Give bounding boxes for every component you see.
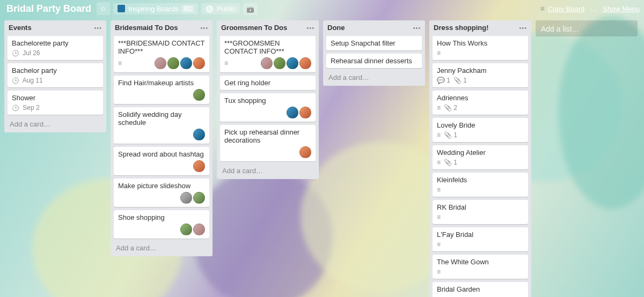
card[interactable]: Bachelor party Aug 11 xyxy=(8,63,103,87)
card[interactable]: Get ring holder xyxy=(220,76,316,90)
card-title: L'Fay Bridal xyxy=(437,231,524,239)
list-menu-icon[interactable]: ••• xyxy=(200,25,208,31)
member-avatar[interactable] xyxy=(155,57,166,69)
member-avatar[interactable] xyxy=(193,89,205,101)
list-title[interactable]: Bridesmaid To Dos xyxy=(115,24,178,32)
member-avatar[interactable] xyxy=(193,57,205,69)
list-title[interactable]: Groomsmen To Dos xyxy=(221,24,287,32)
list-title[interactable]: Dress shopping! xyxy=(434,24,489,32)
card-badges-row: 1 1 xyxy=(437,77,524,84)
list-menu-icon[interactable]: ••• xyxy=(306,25,314,31)
card[interactable]: Bridal Garden xyxy=(433,282,528,297)
card[interactable]: ***GROOMSMEN CONTACT INFO*** xyxy=(220,36,316,72)
member-avatar[interactable] xyxy=(180,192,192,204)
add-card-button[interactable]: Add a card… xyxy=(114,242,209,255)
member-avatar[interactable] xyxy=(287,107,298,118)
card-title: Bachelor party xyxy=(12,66,99,75)
list-menu-icon[interactable]: ••• xyxy=(519,25,527,31)
member-avatar[interactable] xyxy=(193,224,205,235)
add-list-button[interactable]: Add a list… xyxy=(536,20,638,36)
list-title[interactable]: Done xyxy=(327,24,345,32)
card[interactable]: Shower Sep 2 xyxy=(8,91,103,115)
card-title: The White Gown xyxy=(437,258,524,266)
card-badges-row xyxy=(118,160,205,172)
card-members xyxy=(193,129,205,140)
card[interactable]: Wedding Atelier 1 xyxy=(433,145,528,169)
team-badge: BC xyxy=(182,5,194,12)
add-card-button[interactable]: Add a card… xyxy=(8,118,103,131)
card-title: ***BRIDESMAID CONTACT INFO*** xyxy=(118,39,205,55)
card[interactable]: RK Bridal xyxy=(433,200,528,224)
list: Bridesmaid To Dos•••***BRIDESMAID CONTAC… xyxy=(111,20,213,256)
add-card-button[interactable]: Add a card… xyxy=(220,165,316,178)
member-avatar[interactable] xyxy=(274,57,286,69)
card-badges-row xyxy=(437,49,524,57)
briefcase-button[interactable] xyxy=(243,3,258,15)
card[interactable]: Jenny Packham 1 1 xyxy=(433,63,528,87)
member-avatar[interactable] xyxy=(180,57,192,69)
card[interactable]: Setup Snapchat filter xyxy=(326,36,422,50)
card-badges-row xyxy=(118,89,205,101)
team-button[interactable]: Inspiring Boards BC xyxy=(113,3,198,14)
card-title: ***GROOMSMEN CONTACT INFO*** xyxy=(224,39,311,55)
member-avatar[interactable] xyxy=(299,146,311,158)
card-badges-row: 1 xyxy=(437,159,524,166)
description-icon xyxy=(118,60,122,67)
due-date-badge: Aug 11 xyxy=(12,77,43,84)
card[interactable]: Spread word about hashtag xyxy=(114,147,209,175)
visibility-label: Public xyxy=(217,5,236,13)
attachments-badge: 1 xyxy=(453,77,467,84)
card[interactable]: Solidify wedding day schedule xyxy=(114,107,209,144)
visibility-button[interactable]: Public xyxy=(201,3,240,14)
card[interactable]: Shoe shopping xyxy=(114,210,209,239)
card-badges xyxy=(437,186,441,194)
list-title[interactable]: Events xyxy=(9,24,32,32)
description-icon xyxy=(437,49,441,57)
list-menu-icon[interactable]: ••• xyxy=(413,25,421,31)
list-header: Done••• xyxy=(326,24,422,33)
card-badges-row xyxy=(437,241,524,248)
member-avatar[interactable] xyxy=(299,107,311,118)
member-avatar[interactable] xyxy=(180,224,192,235)
card-badges xyxy=(437,268,441,276)
attachments-badge: 1 xyxy=(444,159,457,166)
card[interactable]: Kleinfelds xyxy=(433,173,528,197)
member-avatar[interactable] xyxy=(287,57,298,69)
card[interactable]: Pick up rehearsal dinner decorations xyxy=(220,125,316,161)
card-badges-row: 2 xyxy=(437,104,524,112)
member-avatar[interactable] xyxy=(193,192,205,204)
card-badges xyxy=(224,60,228,67)
list: Groomsmen To Dos•••***GROOMSMEN CONTACT … xyxy=(217,20,319,179)
card[interactable]: Find Hair/makeup artists xyxy=(114,76,209,104)
header-ellipsis[interactable]: … xyxy=(588,4,599,13)
card[interactable]: How This Works xyxy=(433,36,528,60)
add-card-button[interactable]: Add a card… xyxy=(326,71,422,85)
member-avatar[interactable] xyxy=(193,160,205,172)
star-button[interactable] xyxy=(97,2,110,15)
member-avatar[interactable] xyxy=(193,129,205,140)
card-members xyxy=(299,146,311,158)
card-title: Jenny Packham xyxy=(437,66,524,75)
show-menu-button[interactable]: Show Menu xyxy=(603,5,640,13)
card[interactable]: Adriennes 2 xyxy=(433,91,528,115)
member-avatar[interactable] xyxy=(261,57,273,69)
member-avatar[interactable] xyxy=(167,57,179,69)
card-title: Get ring holder xyxy=(224,79,311,87)
card[interactable]: ***BRIDESMAID CONTACT INFO*** xyxy=(114,36,209,72)
card-title: Rehearsal dinner desserts xyxy=(331,57,418,65)
card[interactable]: Make picture slideshow xyxy=(114,179,209,207)
list-header: Dress shopping!••• xyxy=(433,24,528,33)
card-badges xyxy=(118,60,122,67)
card[interactable]: The White Gown xyxy=(433,255,528,279)
card[interactable]: Tux shopping xyxy=(220,93,316,122)
card[interactable]: Bachelorette party Jul 26 xyxy=(8,36,103,60)
card-title: RK Bridal xyxy=(437,203,524,211)
member-avatar[interactable] xyxy=(299,57,311,69)
card[interactable]: Lovely Bride 1 xyxy=(433,118,528,142)
card[interactable]: L'Fay Bridal xyxy=(433,227,528,251)
board-title[interactable]: Bridal Party Board xyxy=(4,2,93,16)
card[interactable]: Rehearsal dinner desserts xyxy=(326,54,422,68)
list-menu-icon[interactable]: ••• xyxy=(94,25,102,31)
copy-board-button[interactable]: Copy Board xyxy=(548,5,585,13)
attachments-badge: 2 xyxy=(444,104,457,112)
